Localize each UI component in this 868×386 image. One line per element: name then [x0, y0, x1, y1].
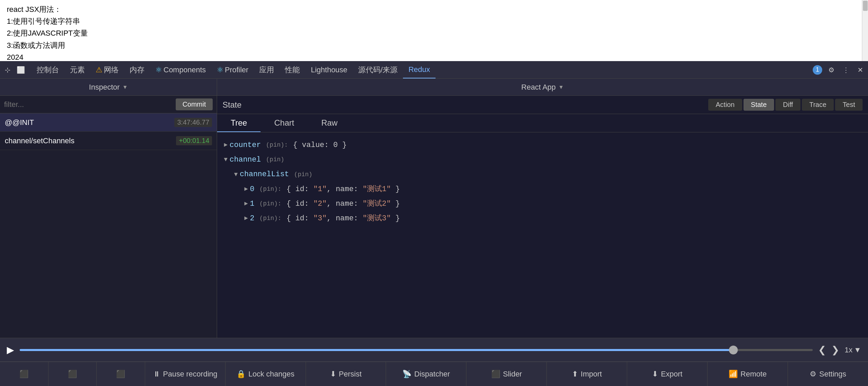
scrollbar-thumb[interactable] — [863, 1, 868, 11]
tab-elements[interactable]: 元素 — [64, 61, 90, 78]
play-button[interactable]: ▶ — [7, 344, 14, 355]
brace-item0-mid: , name: — [327, 183, 363, 195]
tab-console[interactable]: 控制台 — [31, 61, 64, 78]
line-2: 2:使用JAVASCRIPT变量 — [7, 27, 861, 39]
app-title: React App — [521, 83, 556, 92]
btn1-icon: ⬛ — [19, 370, 28, 379]
scrollbar[interactable] — [862, 0, 868, 61]
import-icon: ⬆ — [572, 370, 578, 379]
more-icon[interactable]: ⋮ — [841, 65, 851, 75]
import-button[interactable]: ⬆ Import — [547, 362, 627, 386]
arrow-counter[interactable]: ► — [224, 140, 228, 150]
left-panel: Commit @@INIT 3:47:46.77 channel/setChan… — [0, 96, 217, 338]
pin-channel: (pin) — [262, 155, 284, 165]
tab-redux[interactable]: Redux — [403, 61, 436, 78]
tab-icons: ⊹ ⬜ — [3, 65, 27, 75]
view-tab-tree[interactable]: Tree — [217, 114, 261, 132]
settings-icon: ⚙ — [810, 370, 816, 379]
settings-icon[interactable]: ⚙ — [826, 65, 836, 75]
action-name-init: @@INIT — [5, 118, 34, 127]
inspector-title-section: Inspector ▼ — [0, 79, 217, 95]
lock-icon: 🔒 — [236, 370, 246, 379]
tab-test[interactable]: Test — [835, 99, 863, 111]
app-title-section: React App ▼ — [217, 83, 868, 92]
react-icon-components: ⚛ — [155, 66, 162, 74]
arrow-item2[interactable]: ► — [244, 214, 248, 223]
close-icon[interactable]: ✕ — [855, 65, 865, 75]
brace-item1-open: { id: — [286, 198, 313, 210]
val-item1-id: "2" — [313, 198, 327, 210]
react-icon-profiler: ⚛ — [217, 66, 224, 74]
view-tab-raw[interactable]: Raw — [308, 114, 351, 132]
brace-item0-open: { id: — [286, 183, 313, 195]
key-item1: 1 — [250, 198, 254, 210]
brace-item2-mid: , name: — [327, 213, 363, 224]
export-label: Export — [661, 370, 682, 379]
action-item-init[interactable]: @@INIT 3:47:46.77 — [0, 113, 217, 132]
key-channellist: channelList — [240, 168, 289, 180]
val-item2-name: "测试3" — [363, 213, 391, 224]
brace-item0-close: } — [391, 183, 400, 195]
value-counter: { value: 0 } — [293, 139, 347, 151]
tree-line-channel: ▼ channel (pin) — [224, 152, 861, 167]
tab-network[interactable]: ⚠ 网络 — [90, 61, 124, 78]
tree-line-counter: ► counter (pin): { value: 0 } — [224, 138, 861, 152]
tree-content: ► counter (pin): { value: 0 } ▼ channel … — [217, 132, 868, 338]
pause-recording-label: Pause recording — [163, 370, 217, 379]
app-dropdown-arrow[interactable]: ▼ — [558, 84, 564, 90]
val-item1-name: "测试2" — [363, 198, 391, 210]
prev-button[interactable]: ❮ — [818, 344, 826, 355]
toolbar-btn-3[interactable]: ⬛ — [97, 362, 145, 386]
btn3-icon: ⬛ — [116, 370, 125, 379]
arrow-channellist[interactable]: ▼ — [234, 170, 238, 180]
progress-thumb[interactable] — [729, 346, 738, 354]
tab-application[interactable]: 应用 — [254, 61, 279, 78]
tab-memory[interactable]: 内存 — [124, 61, 150, 78]
view-tabs: Tree Chart Raw — [217, 114, 868, 132]
inspector-title: Inspector — [89, 83, 120, 92]
arrow-item0[interactable]: ► — [244, 184, 248, 194]
export-button[interactable]: ⬇ Export — [627, 362, 708, 386]
val-item0-name: "测试1" — [363, 183, 391, 195]
tree-line-item1: ► 1 (pin): { id: "2" , name: "测试2" } — [224, 197, 861, 211]
device-icon[interactable]: ⬜ — [15, 65, 27, 75]
view-tab-chart[interactable]: Chart — [261, 114, 308, 132]
remote-button[interactable]: 📶 Remote — [708, 362, 788, 386]
settings-button[interactable]: ⚙ Settings — [788, 362, 868, 386]
action-name-setchannels: channel/setChannels — [5, 136, 74, 145]
tab-components[interactable]: ⚛ Components — [150, 61, 211, 78]
dispatcher-button[interactable]: 📡 Dispatcher — [386, 362, 466, 386]
inspector-dropdown-arrow[interactable]: ▼ — [122, 84, 128, 90]
tab-performance[interactable]: 性能 — [279, 61, 305, 78]
arrow-channel[interactable]: ▼ — [224, 155, 228, 165]
tab-sources[interactable]: 源代码/来源 — [353, 61, 403, 78]
action-item-setchannels[interactable]: channel/setChannels +00:01.14 — [0, 132, 217, 150]
speed-button[interactable]: 1x ▼ — [845, 346, 861, 354]
pause-recording-button[interactable]: ⏸ Pause recording — [145, 362, 226, 386]
inspect-icon[interactable]: ⊹ — [3, 65, 13, 75]
tab-action[interactable]: Action — [708, 99, 742, 111]
brace-item2-close: } — [391, 213, 400, 224]
pin-item0: (pin): — [256, 184, 285, 194]
settings-label: Settings — [819, 370, 846, 379]
tree-line-item2: ► 2 (pin): { id: "3" , name: "测试3" } — [224, 211, 861, 226]
filter-input[interactable] — [4, 100, 176, 109]
tab-diff[interactable]: Diff — [775, 99, 801, 111]
next-button[interactable]: ❯ — [831, 344, 839, 355]
tab-profiler[interactable]: ⚛ Profiler — [211, 61, 254, 78]
page-content: react JSX用法： 1:使用引号传递字符串 2:使用JAVASCRIPT变… — [0, 0, 868, 61]
lock-changes-button[interactable]: 🔒 Lock changes — [226, 362, 306, 386]
progress-track[interactable] — [20, 349, 813, 351]
toolbar-btn-1[interactable]: ⬛ — [0, 362, 49, 386]
slider-button[interactable]: ⬛ Slider — [466, 362, 547, 386]
toolbar-btn-2[interactable]: ⬛ — [49, 362, 97, 386]
bottom-toolbar: ⬛ ⬛ ⬛ ⏸ Pause recording 🔒 Lock changes ⬇… — [0, 362, 868, 386]
arrow-item1[interactable]: ► — [244, 199, 248, 209]
lock-changes-label: Lock changes — [248, 370, 294, 379]
tab-state[interactable]: State — [744, 99, 774, 111]
tab-lighthouse[interactable]: Lighthouse — [305, 61, 353, 78]
tab-trace[interactable]: Trace — [802, 99, 834, 111]
commit-button[interactable]: Commit — [176, 98, 213, 110]
persist-button[interactable]: ⬇ Persist — [306, 362, 386, 386]
warn-icon: ⚠ — [96, 66, 102, 74]
